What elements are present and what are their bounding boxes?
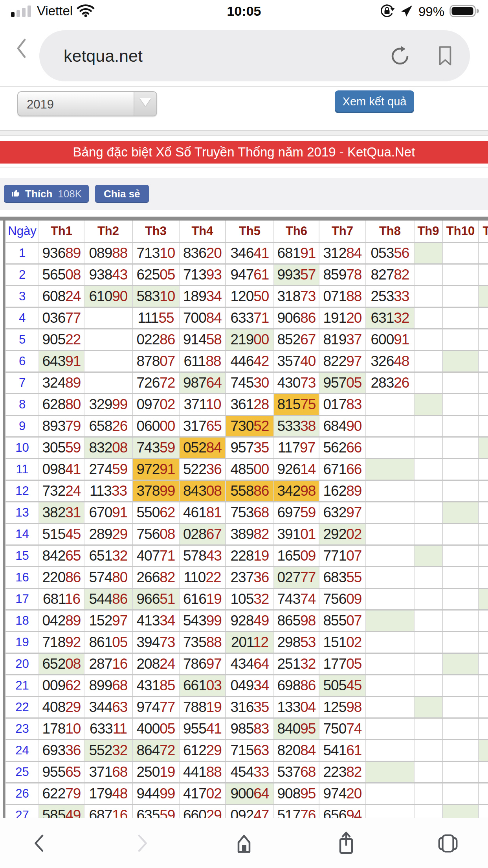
address-bar[interactable]: ketqua.net [39,30,470,81]
result-cell: 84095 [274,718,319,740]
result-cell [479,588,488,610]
result-cell [84,351,132,372]
result-cell: 22819 [226,545,274,567]
result-cell [414,588,442,610]
table-row: 1971892861053947373588201122985315102 [6,632,488,653]
reload-icon[interactable] [390,46,410,68]
result-cell [442,783,479,805]
result-cell: 95735 [226,437,274,459]
result-cell: 75074 [319,718,366,740]
result-cell: 55886 [226,480,274,502]
result-cell: 85267 [274,329,319,351]
result-cell: 22086 [39,567,84,588]
table-row: 989379658260600031765730525333868490 [6,416,488,437]
result-cell: 69886 [274,675,319,697]
result-cell: 57480 [84,567,132,588]
result-cell: 20112 [226,632,274,653]
result-cell: 29853 [274,632,319,653]
result-cell: 70084 [179,307,226,329]
result-cell: 61619 [179,588,226,610]
result-cell: 81937 [319,329,366,351]
table-row: 2662279179489449941702900649089597420 [6,783,488,805]
result-cell: 63371 [226,307,274,329]
result-cell: 78819 [179,697,226,718]
result-cell: 63297 [319,502,366,524]
view-results-button[interactable]: Xem kết quả [335,90,414,113]
result-cell: 31765 [179,416,226,437]
result-cell: 62505 [132,264,179,286]
result-cell: 89379 [39,416,84,437]
day-cell: 26 [6,783,39,805]
column-header: Th1 [39,221,84,243]
result-cell: 34463 [84,697,132,718]
result-cell: 97291 [132,459,179,480]
result-cell [479,307,488,329]
toolbar-back-icon[interactable] [26,828,53,859]
result-cell: 00962 [39,675,84,697]
day-cell: 5 [6,329,39,351]
result-cell: 11797 [274,437,319,459]
result-cell [479,329,488,351]
result-cell: 31635 [226,697,274,718]
result-cell: 73588 [179,632,226,653]
result-cell: 94499 [132,783,179,805]
result-cell [479,697,488,718]
back-chevron-icon[interactable] [15,37,28,61]
browser-chrome: ketqua.net [0,22,488,87]
result-cell [84,307,132,329]
result-cell: 36128 [226,394,274,416]
day-cell: 14 [6,524,39,545]
result-cell [414,459,442,480]
battery-percent: 99% [418,4,444,19]
result-cell: 55232 [84,740,132,761]
result-cell [414,524,442,545]
result-cell: 75368 [226,502,274,524]
result-cell [414,610,442,632]
fb-share-button[interactable]: Chia sẻ [95,185,149,203]
result-cell: 71892 [39,632,84,653]
toolbar-home-icon[interactable] [230,828,258,859]
toolbar-tabs-icon[interactable] [435,828,462,859]
column-header: Th4 [179,221,226,243]
table-row: 403677111557008463371906861912063132 [6,307,488,329]
result-cell: 29202 [319,524,366,545]
result-cell: 71393 [179,264,226,286]
iphone-screen: Viettel 10:05 [0,0,488,868]
table-row: 2565089384362505713939476199357859788278… [6,264,488,286]
result-cell [442,545,479,567]
result-cell: 12598 [319,697,366,718]
day-cell: 3 [6,286,39,307]
result-cell: 65208 [39,653,84,675]
result-cell: 43464 [226,653,274,675]
year-select[interactable]: 2019 [17,91,157,116]
table-row: 664391878076118844642357408229732648 [6,351,488,372]
results-table: NgàyTh1Th2Th3Th4Th5Th6Th7Th8Th9Th10T1936… [5,221,488,827]
result-cell [442,480,479,502]
table-row: 1584265651324077157843228191650977107 [6,545,488,567]
result-cell: 58310 [132,286,179,307]
toolbar-share-icon[interactable] [332,828,360,859]
table-row: 2100962899684318566103049346988650545 [6,675,488,697]
result-cell: 90895 [274,783,319,805]
result-cell: 73224 [39,480,84,502]
fb-like-button[interactable]: Thích 108K [4,185,89,203]
result-cell: 86472 [132,740,179,761]
result-cell: 63132 [366,307,414,329]
result-cell: 34641 [226,243,274,264]
day-cell: 4 [6,307,39,329]
result-cell: 19120 [319,307,366,329]
toolbar-forward-icon[interactable] [128,828,156,859]
result-cell: 27459 [84,459,132,480]
result-cell: 90522 [39,329,84,351]
result-cell [366,718,414,740]
table-row: 862880329990970237110361288157501783 [6,394,488,416]
result-cell: 37168 [84,761,132,783]
day-cell: 8 [6,394,39,416]
result-cell [479,264,488,286]
result-cell: 15297 [84,610,132,632]
result-cell: 37110 [179,394,226,416]
result-cell: 53338 [274,416,319,437]
result-cell [366,588,414,610]
result-cell: 74374 [274,588,319,610]
bookmark-icon[interactable] [438,45,453,68]
